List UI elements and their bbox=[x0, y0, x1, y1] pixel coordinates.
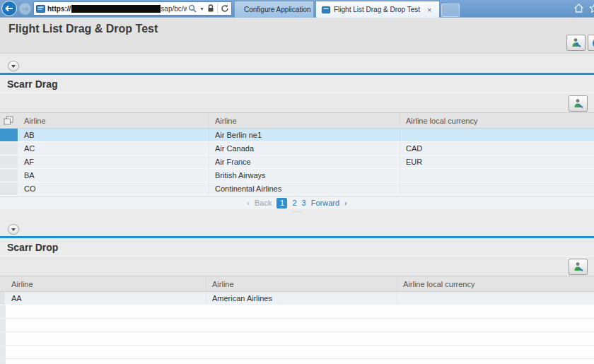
lock-icon[interactable] bbox=[207, 4, 214, 13]
cell-airline-name: American Airlines bbox=[206, 292, 397, 305]
chevron-down-icon bbox=[11, 65, 16, 68]
pagination-forward[interactable]: Forward bbox=[311, 199, 339, 207]
cell-airline-code: BA bbox=[18, 169, 209, 182]
copy-select-icon bbox=[4, 116, 13, 125]
browser-forward-button[interactable] bbox=[19, 3, 31, 15]
cell-airline-name: Air Berlin ne1 bbox=[209, 129, 400, 141]
column-header-airline-name[interactable]: Airline bbox=[209, 113, 400, 128]
url-redacted-segment bbox=[71, 5, 161, 13]
cell-currency: EUR bbox=[400, 155, 594, 168]
empty-table-row[interactable] bbox=[0, 359, 594, 364]
empty-table-row[interactable] bbox=[0, 319, 594, 332]
help-button[interactable]: ? bbox=[588, 35, 594, 51]
table-row[interactable]: AF Air France EUR bbox=[0, 155, 594, 169]
home-icon[interactable] bbox=[573, 3, 584, 13]
row-selector[interactable] bbox=[0, 129, 18, 141]
user-settings-icon bbox=[573, 98, 584, 109]
user-settings-icon bbox=[571, 37, 582, 48]
tab-configure-application[interactable]: Configure Application bbox=[234, 1, 314, 18]
column-header-currency[interactable]: Airline local currency bbox=[400, 113, 594, 128]
browser-chrome: https:// sap/bc/webdynprc ▼ Configure Ap… bbox=[0, 0, 594, 18]
drop-table-header: Airline Airline Airline local currency bbox=[0, 276, 594, 292]
row-selector[interactable] bbox=[0, 169, 18, 182]
empty-table-row[interactable] bbox=[0, 305, 594, 319]
table-row[interactable]: AB Air Berlin ne1 bbox=[0, 129, 594, 142]
cell-airline-code: AB bbox=[18, 129, 209, 141]
personalize-button[interactable] bbox=[566, 35, 586, 51]
pagination-page-1-current[interactable]: 1 bbox=[276, 198, 287, 209]
row-selector bbox=[0, 359, 6, 364]
page-header: Flight List Drag & Drop Test ? bbox=[0, 18, 594, 54]
cell-airline-name: Air France bbox=[209, 155, 400, 168]
row-selector bbox=[0, 332, 6, 345]
cell-airline-code: AF bbox=[18, 155, 209, 168]
cell-airline-name: British Airways bbox=[209, 169, 400, 182]
collapse-drag-section-button[interactable] bbox=[8, 61, 19, 71]
tab-label: Flight List Drag & Drop Test bbox=[334, 6, 420, 13]
table-row[interactable]: AC Air Canada CAD bbox=[0, 142, 594, 155]
webdynpro-page-icon bbox=[322, 6, 330, 13]
column-header-airline-code[interactable]: Airline bbox=[6, 276, 206, 291]
drag-table-toolbar bbox=[0, 93, 594, 113]
drag-table-header: Airline Airline Airline local currency bbox=[0, 113, 594, 129]
forward-chevron-icon[interactable]: › bbox=[344, 199, 347, 207]
column-header-currency[interactable]: Airline local currency bbox=[397, 276, 594, 291]
cell-airline-code: CO bbox=[18, 182, 209, 195]
address-bar[interactable]: https:// sap/bc/webdynprc ▼ bbox=[33, 1, 232, 16]
table-personalize-button[interactable] bbox=[569, 95, 588, 112]
refresh-icon[interactable] bbox=[221, 4, 229, 13]
select-all-header[interactable] bbox=[0, 113, 18, 128]
browser-back-button[interactable] bbox=[1, 1, 17, 16]
search-icon[interactable] bbox=[188, 4, 197, 13]
drag-section-title: Scarr Drag bbox=[0, 75, 594, 93]
row-selector[interactable] bbox=[0, 155, 18, 168]
forward-arrow-icon bbox=[22, 6, 29, 12]
cell-currency bbox=[400, 169, 594, 182]
row-selector bbox=[0, 346, 6, 358]
cell-currency bbox=[400, 129, 594, 141]
row-selector[interactable] bbox=[0, 142, 18, 155]
table-personalize-button[interactable] bbox=[569, 259, 588, 275]
drop-table-toolbar bbox=[0, 256, 594, 276]
browser-tabs: Configure Application Flight List Drag &… bbox=[234, 0, 460, 18]
table-row[interactable]: BA British Airways bbox=[0, 169, 594, 182]
row-selector[interactable] bbox=[0, 292, 6, 305]
column-header-airline-code[interactable]: Airline bbox=[18, 113, 209, 128]
cell-airline-name: Continental Airlines bbox=[209, 182, 400, 195]
tab-close-icon[interactable]: × bbox=[426, 6, 433, 14]
tab-label: Configure Application bbox=[244, 6, 311, 13]
drop-section-title: Scarr Drop bbox=[0, 238, 594, 256]
back-chevron-icon[interactable]: ‹ bbox=[247, 199, 250, 207]
drag-section-collapse-row bbox=[0, 54, 594, 73]
column-header-airline-name[interactable]: Airline bbox=[206, 276, 397, 291]
new-tab-button[interactable] bbox=[441, 4, 460, 17]
webdynpro-page-icon bbox=[36, 5, 45, 13]
cell-airline-code: AC bbox=[18, 142, 209, 155]
back-arrow-icon bbox=[5, 5, 13, 12]
favorites-star-icon[interactable] bbox=[589, 3, 594, 13]
empty-table-row[interactable] bbox=[0, 332, 594, 346]
page-title: Flight List Drag & Drop Test bbox=[0, 18, 594, 35]
row-selector[interactable] bbox=[0, 182, 18, 195]
selection-gutter bbox=[0, 276, 6, 291]
collapse-drop-section-button[interactable] bbox=[8, 224, 19, 235]
pagination-page-2[interactable]: 2 bbox=[292, 199, 296, 207]
cell-currency bbox=[400, 182, 594, 195]
drag-table-pagination: ‹ Back 1 2 3 Forward › bbox=[0, 196, 594, 209]
cell-airline-code: AA bbox=[6, 292, 206, 305]
section-gap bbox=[0, 215, 594, 222]
search-dropdown-icon[interactable]: ▼ bbox=[199, 6, 204, 11]
pagination-back[interactable]: Back bbox=[255, 199, 272, 207]
help-icon: ? bbox=[592, 37, 594, 49]
pagination-page-3[interactable]: 3 bbox=[302, 199, 306, 207]
table-row[interactable]: AA American Airlines bbox=[0, 292, 594, 305]
cell-currency bbox=[397, 292, 594, 305]
empty-table-row[interactable] bbox=[0, 346, 594, 359]
cell-airline-name: Air Canada bbox=[209, 142, 400, 155]
cell-currency: CAD bbox=[400, 142, 594, 155]
tab-flight-list-drag-drop-test[interactable]: Flight List Drag & Drop Test × bbox=[315, 1, 440, 18]
table-row[interactable]: CO Continental Airlines bbox=[0, 182, 594, 196]
table-resize-grip-row: ···· bbox=[0, 209, 594, 215]
drop-section-collapse-row bbox=[0, 222, 594, 236]
resize-grip-handle[interactable]: ···· bbox=[292, 211, 303, 213]
